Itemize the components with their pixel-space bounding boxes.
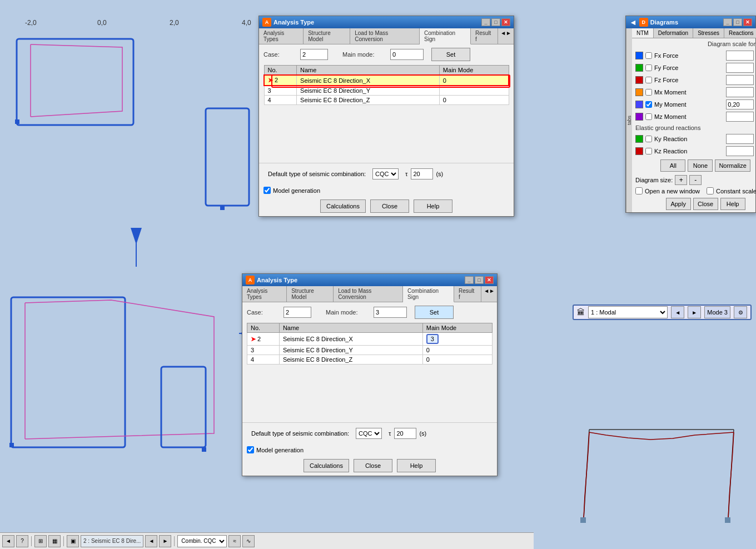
dialog1-tau-input[interactable]: [411, 168, 433, 179]
dialog2-tab-combination[interactable]: Combination Sign: [403, 286, 454, 302]
dialog1-help-btn[interactable]: Help: [414, 199, 452, 213]
diagrams-maximize[interactable]: □: [733, 18, 742, 26]
diagrams-close-btn[interactable]: Close: [693, 198, 718, 210]
kz-input[interactable]: [726, 146, 754, 156]
diag-tab-reactions[interactable]: Reactions: [724, 28, 756, 38]
dialog1-modelgen-checkbox[interactable]: [263, 187, 271, 194]
mz-checkbox[interactable]: [645, 113, 652, 120]
size-minus-btn[interactable]: -: [689, 175, 702, 185]
mx-checkbox[interactable]: [645, 89, 652, 96]
none-btn[interactable]: None: [688, 159, 713, 172]
my-checkbox[interactable]: [645, 101, 652, 108]
dialog1-titlebar[interactable]: A Analysis Type _ □ ✕: [259, 16, 514, 28]
dialog1-close[interactable]: ✕: [501, 18, 510, 26]
fx-checkbox[interactable]: [645, 52, 652, 59]
fy-input[interactable]: [726, 63, 754, 73]
dialog2-titlebar[interactable]: A Analysis Type _ □ ✕: [242, 274, 497, 286]
dialog2-tau-input[interactable]: [394, 428, 416, 439]
toolbar-btn-sine[interactable]: ∿: [242, 535, 255, 547]
dialog1-tab-analysis[interactable]: Analysis Types: [259, 28, 304, 44]
open-window-checkbox[interactable]: [635, 187, 643, 194]
table-row[interactable]: ➤ 2 Seismic EC 8 Direction_X 0: [264, 75, 509, 86]
diag-action-row: Apply Close Help: [632, 196, 756, 212]
toolbar-case-label[interactable]: 2 : Seismic EC 8 Dire...: [81, 535, 143, 547]
dialog2-close-btn[interactable]: Close: [354, 459, 392, 472]
dialog1-maximize[interactable]: □: [491, 18, 500, 26]
dialog2-cqc-combo[interactable]: CQC τ (s): [356, 428, 426, 439]
dialog2-tab-result[interactable]: Result f: [454, 286, 481, 302]
fx-input[interactable]: [726, 51, 754, 61]
dialog1-close-btn[interactable]: Close: [370, 199, 409, 213]
all-btn[interactable]: All: [660, 159, 685, 172]
dialog2-tab-more[interactable]: ◄►: [481, 286, 497, 302]
toolbar-btn-mode[interactable]: ▣: [67, 535, 79, 547]
dialog2-tab-structure[interactable]: Structure Model: [287, 286, 334, 302]
modal-next-btn[interactable]: ►: [688, 306, 701, 318]
dialog1-case-input[interactable]: 2: [300, 49, 328, 60]
diag-fy-row: Fy Force (kN): [632, 62, 756, 74]
table-row[interactable]: 4 Seismic EC 8 Direction_Z 0: [247, 355, 493, 365]
dialog2-cqc-select[interactable]: CQC: [356, 428, 382, 439]
toolbar-btn-table[interactable]: ▦: [48, 535, 61, 547]
dialog1-tab-combination[interactable]: Combination Sign: [420, 28, 471, 44]
dialog1-set-btn[interactable]: Set: [431, 48, 470, 61]
toolbar-combo-select[interactable]: Combin. CQC: [177, 535, 227, 547]
fz-checkbox[interactable]: [645, 77, 652, 83]
dialog1-tab-structure[interactable]: Structure Model: [304, 28, 350, 44]
toolbar-btn-prev[interactable]: ◄: [145, 535, 157, 547]
mz-input[interactable]: [726, 112, 754, 122]
toolbar-btn-arrow-right[interactable]: ?: [16, 535, 28, 547]
ky-input[interactable]: [726, 134, 754, 144]
dialog1-cqc-select[interactable]: CQC: [372, 168, 399, 179]
toolbar-btn-wave[interactable]: ≈: [228, 535, 241, 547]
toolbar-btn-next[interactable]: ►: [159, 535, 171, 547]
modal-select[interactable]: 1 : Modal: [588, 306, 668, 318]
diagrams-tabs-label[interactable]: tabs: [626, 28, 632, 212]
dialog1-calculations-btn[interactable]: Calculations: [320, 199, 366, 213]
mx-input[interactable]: [726, 87, 754, 97]
dialog2-case-input[interactable]: [284, 307, 311, 318]
dialog2-tab-load[interactable]: Load to Mass Conversion: [334, 286, 403, 302]
size-plus-btn[interactable]: +: [675, 175, 687, 185]
dialog2-modelgen-checkbox[interactable]: [247, 446, 254, 453]
dialog1-tab-more[interactable]: ◄►: [498, 28, 514, 44]
diag-tab-stresses[interactable]: Stresses: [693, 28, 724, 38]
constant-scale-checkbox[interactable]: [707, 187, 714, 194]
dialog2-maximize[interactable]: □: [475, 276, 484, 284]
dialog1-icon: A: [262, 18, 271, 27]
dialog2-minimize[interactable]: _: [465, 276, 474, 284]
dialog2-help-btn[interactable]: Help: [397, 459, 436, 472]
dialog2-mainmode-input[interactable]: [374, 307, 407, 318]
dialog2-set-btn[interactable]: Set: [415, 306, 454, 319]
dialog2-close[interactable]: ✕: [485, 276, 494, 284]
apply-btn[interactable]: Apply: [666, 198, 691, 210]
svg-rect-6: [15, 119, 19, 124]
dialog1-minimize[interactable]: _: [481, 18, 490, 26]
diagrams-titlebar[interactable]: ◄ D Diagrams _ □ ✕: [626, 16, 755, 28]
table-row[interactable]: ➤ 2 Seismic EC 8 Direction_X 3: [247, 333, 493, 346]
dialog1-tab-result[interactable]: Result f: [471, 28, 498, 44]
diagrams-close[interactable]: ✕: [743, 18, 752, 26]
my-input[interactable]: [726, 99, 754, 109]
ky-checkbox[interactable]: [645, 136, 652, 142]
diag-tab-ntm[interactable]: NTM: [632, 28, 654, 38]
table-row[interactable]: 3 Seismic EC 8 Direction_Y: [264, 86, 509, 96]
diagrams-help-btn[interactable]: Help: [720, 198, 745, 210]
toolbar-btn-grid[interactable]: ⊞: [34, 535, 47, 547]
dialog1-mainmode-input[interactable]: 0: [390, 49, 424, 60]
table-row[interactable]: 4 Seismic EC 8 Direction_Z 0: [264, 96, 509, 105]
fy-checkbox[interactable]: [645, 64, 652, 71]
fz-input[interactable]: [726, 75, 754, 85]
modal-settings-btn[interactable]: ⚙: [734, 306, 747, 318]
dialog2-calculations-btn[interactable]: Calculations: [304, 459, 349, 472]
diag-tab-deformation[interactable]: Deformation: [654, 28, 693, 38]
toolbar-btn-arrow-left[interactable]: ◄: [2, 535, 14, 547]
dialog1-tab-load[interactable]: Load to Mass Conversion: [350, 28, 420, 44]
kz-checkbox[interactable]: [645, 148, 652, 154]
diagrams-minimize[interactable]: _: [723, 18, 732, 26]
normalize-btn[interactable]: Normalize: [715, 159, 750, 172]
dialog1-cqc-combo[interactable]: CQC τ (s): [372, 168, 443, 179]
dialog2-tab-analysis[interactable]: Analysis Types: [242, 286, 287, 302]
modal-prev-btn[interactable]: ◄: [671, 306, 684, 318]
table-row[interactable]: 3 Seismic EC 8 Direction_Y 0: [247, 346, 493, 355]
